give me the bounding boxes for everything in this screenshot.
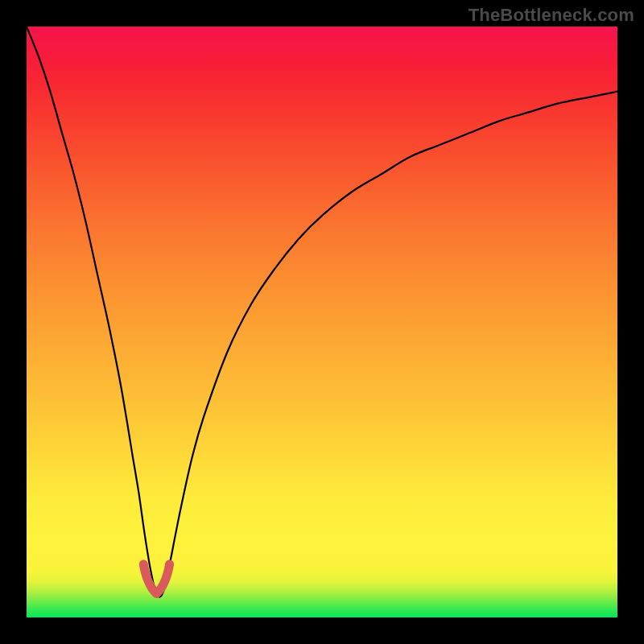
minimum-marker-dot-left [139, 560, 147, 568]
plot-area [27, 27, 617, 617]
minimum-marker-dot-right [165, 560, 173, 568]
minimum-marker [143, 564, 169, 594]
watermark-text: TheBottleneck.com [469, 5, 634, 26]
chart-frame: TheBottleneck.com [0, 0, 644, 644]
bottleneck-curve [27, 27, 617, 597]
curve-svg [27, 27, 617, 617]
